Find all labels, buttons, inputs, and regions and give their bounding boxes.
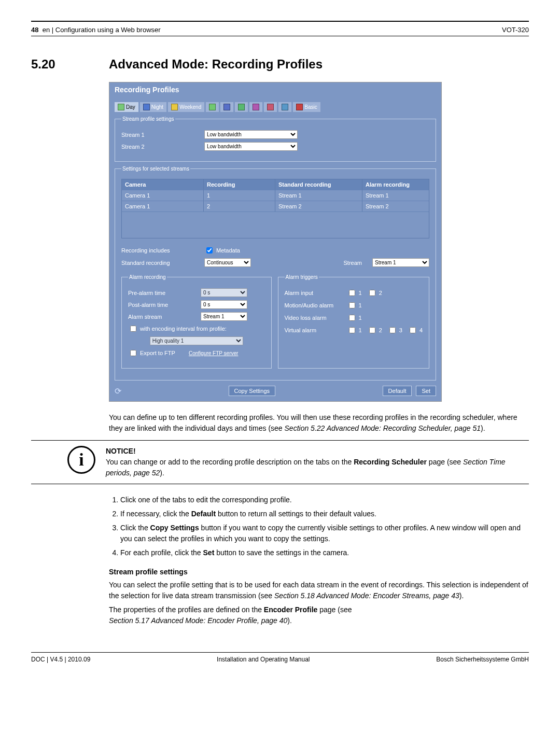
- alarm-input-1-checkbox[interactable]: [349, 290, 355, 296]
- stream-label: Stream: [256, 260, 367, 266]
- encoding-interval-checkbox[interactable]: [130, 326, 136, 332]
- stream2-label: Stream 2: [121, 144, 199, 150]
- list-item: Click one of the tabs to edit the corres…: [120, 495, 529, 505]
- info-icon: i: [67, 446, 95, 474]
- tab-weekend[interactable]: Weekend: [168, 102, 204, 112]
- tab-basic[interactable]: Basic: [293, 102, 320, 112]
- table-row[interactable]: Camera 1 2 Stream 2 Stream 2: [122, 201, 429, 212]
- swatch-icon: [118, 104, 124, 110]
- paragraph: The properties of the profiles are defin…: [109, 604, 529, 626]
- stream1-label: Stream 1: [121, 132, 199, 138]
- export-ftp-checkbox[interactable]: [130, 350, 136, 356]
- settings-selected-streams-group: Settings for selected streams Camera Rec…: [115, 166, 436, 380]
- page-number: 48: [31, 26, 38, 34]
- tab-profile-9[interactable]: [278, 102, 291, 112]
- recording-profiles-panel: Recording Profiles Day Night Weekend Bas…: [109, 82, 442, 402]
- swatch-icon: [267, 104, 274, 110]
- swatch-icon: [143, 104, 150, 110]
- tab-profile-4[interactable]: [206, 102, 219, 112]
- post-alarm-select[interactable]: 0 s: [201, 300, 247, 309]
- swatch-icon: [209, 104, 216, 110]
- swatch-icon: [282, 104, 288, 110]
- motion-alarm-1-checkbox[interactable]: [349, 302, 355, 308]
- alarm-triggers-group: Alarm triggers Alarm input 1 2 Motion/Au…: [278, 274, 430, 369]
- tab-profile-8[interactable]: [264, 102, 277, 112]
- table-row[interactable]: Camera 1 1 Stream 1 Stream 1: [122, 190, 429, 201]
- configure-ftp-link[interactable]: Configure FTP server: [189, 350, 238, 356]
- tab-profile-5[interactable]: [220, 102, 233, 112]
- swatch-icon: [171, 104, 178, 110]
- page-header: 48 en | Configuration using a Web browse…: [31, 26, 529, 36]
- notice-block: i NOTICE! You can change or add to the r…: [31, 440, 529, 484]
- notice-title: NOTICE!: [106, 447, 136, 455]
- stream1-select[interactable]: Low bandwidth: [204, 130, 298, 139]
- intro-paragraph: You can define up to ten different recor…: [109, 412, 529, 434]
- stream-profile-settings-group: Stream profile settings Stream 1 Low ban…: [115, 116, 436, 162]
- tab-night[interactable]: Night: [140, 102, 166, 112]
- virtual-alarm-3-checkbox[interactable]: [389, 327, 396, 333]
- stream2-select[interactable]: Low bandwidth: [204, 142, 298, 151]
- model-id: VOT-320: [502, 26, 529, 34]
- metadata-checkbox[interactable]: [206, 247, 213, 253]
- page-footer: DOC | V4.5 | 2010.09 Installation and Op…: [31, 652, 529, 663]
- set-button[interactable]: Set: [416, 386, 436, 396]
- profile-tabs: Day Night Weekend Basic: [115, 102, 436, 112]
- virtual-alarm-4-checkbox[interactable]: [410, 327, 416, 333]
- recording-includes-label: Recording includes: [121, 247, 199, 253]
- tab-profile-7[interactable]: [249, 102, 262, 112]
- section-title: Advanced Mode: Recording Profiles: [109, 57, 323, 72]
- virtual-alarm-2-checkbox[interactable]: [369, 327, 375, 333]
- swatch-icon: [296, 104, 303, 110]
- paragraph: You can select the profile setting that …: [109, 580, 529, 601]
- pre-alarm-select[interactable]: 0 s: [201, 288, 247, 297]
- streams-table: Camera Recording Standard recording Alar…: [121, 179, 429, 238]
- default-button[interactable]: Default: [383, 386, 412, 396]
- video-loss-1-checkbox[interactable]: [349, 315, 355, 321]
- list-item: For each profile, click the Set button t…: [120, 547, 529, 558]
- alarm-recording-group: Alarm recording Pre-alarm time0 s Post-a…: [121, 274, 272, 369]
- list-item: Click the Copy Settings button if you wa…: [120, 523, 529, 544]
- swatch-icon: [253, 104, 259, 110]
- metadata-checkbox-label[interactable]: Metadata: [204, 246, 240, 255]
- tab-day[interactable]: Day: [115, 102, 138, 112]
- swatch-icon: [238, 104, 245, 110]
- alarm-input-2-checkbox[interactable]: [369, 290, 375, 296]
- panel-title: Recording Profiles: [109, 82, 441, 97]
- refresh-icon[interactable]: ⟳: [115, 386, 121, 396]
- stream-profile-subhead: Stream profile settings: [109, 567, 529, 577]
- stream-select[interactable]: Stream 1: [372, 258, 429, 267]
- encoding-profile-select[interactable]: High quality 1: [150, 336, 243, 345]
- standard-recording-select[interactable]: Continuous: [204, 258, 251, 267]
- list-item: If necessary, click the Default button t…: [120, 509, 529, 519]
- standard-recording-label: Standard recording: [121, 260, 199, 266]
- tab-profile-6[interactable]: [235, 102, 248, 112]
- steps-list: Click one of the tabs to edit the corres…: [109, 495, 529, 558]
- copy-settings-button[interactable]: Copy Settings: [229, 386, 275, 396]
- virtual-alarm-1-checkbox[interactable]: [349, 327, 355, 333]
- section-number: 5.20: [31, 57, 109, 72]
- swatch-icon: [223, 104, 230, 110]
- alarm-stream-select[interactable]: Stream 1: [201, 312, 247, 321]
